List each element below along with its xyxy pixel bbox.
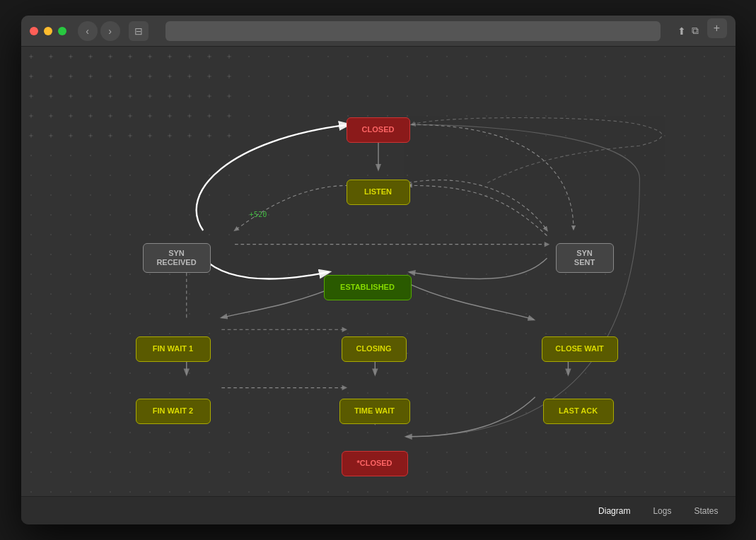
node-close-wait[interactable]: CLOSE WAIT	[542, 336, 618, 362]
node-established[interactable]: ESTABLISHED	[324, 275, 412, 300]
diagram-svg: +520	[21, 47, 735, 496]
forward-button[interactable]: ›	[100, 21, 120, 41]
node-closed-top[interactable]: CLOSED	[347, 117, 410, 143]
node-last-ack[interactable]: LAST ACK	[543, 399, 614, 424]
node-fin-wait-2[interactable]: FIN WAIT 2	[136, 399, 211, 424]
tab-logs[interactable]: Logs	[647, 503, 677, 519]
node-fin-wait-1[interactable]: FIN WAIT 1	[136, 336, 211, 362]
node-closing[interactable]: CLOSING	[342, 336, 407, 362]
bottom-tabs: Diagram Logs States	[21, 496, 735, 524]
diagram-content: +520 CLOSED LISTEN SYN RECEIVED SYN SENT…	[21, 47, 735, 496]
browser-window: ‹ › ⊟ ⬆ ⧉ +	[21, 16, 735, 524]
nav-buttons: ‹ ›	[78, 21, 120, 41]
url-bar[interactable]	[165, 21, 661, 41]
node-syn-received[interactable]: SYN RECEIVED	[143, 243, 211, 273]
node-time-wait[interactable]: TIME WAIT	[339, 399, 410, 424]
new-tab-button[interactable]: +	[707, 18, 727, 38]
node-closed-bottom[interactable]: *CLOSED	[342, 451, 408, 476]
tabs-icon[interactable]: ⧉	[692, 25, 699, 37]
node-listen[interactable]: LISTEN	[347, 180, 410, 205]
titlebar: ‹ › ⊟ ⬆ ⧉ +	[21, 16, 735, 47]
minimize-button[interactable]	[44, 27, 52, 35]
sidebar-toggle[interactable]: ⊟	[129, 21, 149, 41]
traffic-lights	[30, 27, 66, 35]
share-icon[interactable]: ⬆	[678, 25, 686, 37]
svg-marker-5	[544, 242, 549, 247]
svg-marker-12	[342, 385, 347, 390]
toolbar-right: ⬆ ⧉	[678, 25, 699, 37]
tab-diagram[interactable]: Diagram	[593, 503, 636, 519]
svg-marker-7	[342, 327, 347, 332]
annotation-plus520: +520	[249, 210, 267, 218]
maximize-button[interactable]	[58, 27, 66, 35]
close-button[interactable]	[30, 27, 38, 35]
back-button[interactable]: ‹	[78, 21, 98, 41]
node-syn-sent[interactable]: SYN SENT	[556, 243, 614, 273]
tab-states[interactable]: States	[688, 503, 723, 519]
